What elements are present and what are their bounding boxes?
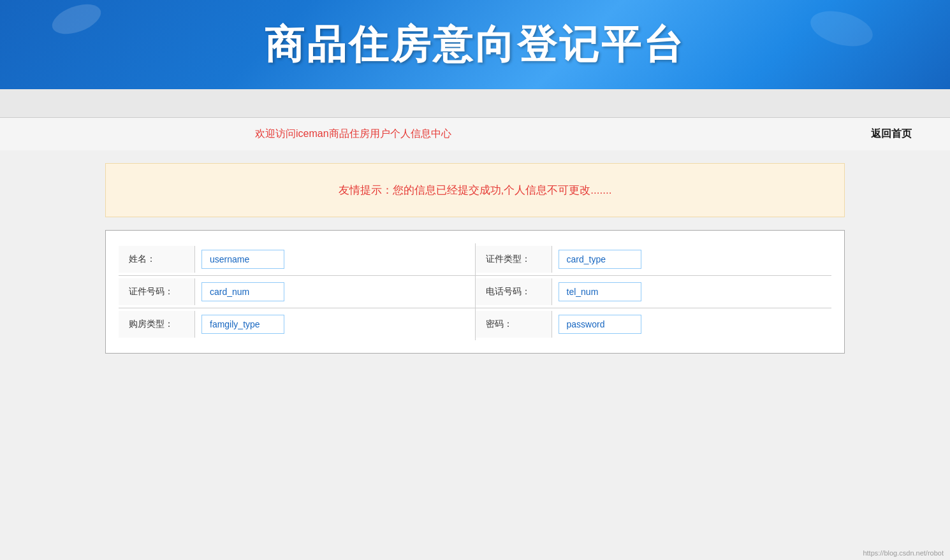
right-value-2: password — [552, 308, 648, 340]
welcome-text: 欢迎访问iceman商品住房用户个人信息中心 — [255, 127, 451, 141]
right-half-1: 电话号码： tel_num — [476, 276, 832, 308]
left-half-2: 购房类型： famgily_type — [119, 308, 476, 340]
right-value-1: tel_num — [552, 276, 648, 308]
right-value-0: card_type — [552, 243, 648, 275]
left-half-0: 姓名： username — [119, 243, 476, 275]
welcome-bar: 欢迎访问iceman商品住房用户个人信息中心 返回首页 — [0, 118, 950, 150]
page-header: 商品住房意向登记平台 — [0, 0, 950, 89]
right-label-2: 密码： — [476, 311, 552, 338]
form-row-1: 证件号码： card_num 电话号码： tel_num — [119, 276, 831, 308]
value-2: famgily_type — [195, 308, 291, 340]
label-1: 证件号码： — [119, 278, 195, 305]
footer-url: https://blog.csdn.net/robot — [863, 549, 944, 557]
label-2: 购房类型： — [119, 311, 195, 338]
right-half-2: 密码： password — [476, 308, 832, 340]
info-rows: 姓名： username 证件类型： card_type 证件号码： card_… — [119, 243, 831, 340]
notice-box: 友情提示：您的信息已经提交成功,个人信息不可更改....... — [105, 163, 845, 217]
right-label-1: 电话号码： — [476, 278, 552, 305]
value-1: card_num — [195, 276, 291, 308]
form-row-0: 姓名： username 证件类型： card_type — [119, 243, 831, 276]
left-half-1: 证件号码： card_num — [119, 276, 476, 308]
label-0: 姓名： — [119, 246, 195, 273]
value-0: username — [195, 243, 291, 275]
right-label-0: 证件类型： — [476, 246, 552, 273]
notice-text: 友情提示：您的信息已经提交成功,个人信息不可更改....... — [339, 184, 612, 196]
right-half-0: 证件类型： card_type — [476, 243, 832, 275]
page-title: 商品住房意向登记平台 — [265, 18, 685, 71]
back-home-link[interactable]: 返回首页 — [871, 127, 912, 141]
info-container: 姓名： username 证件类型： card_type 证件号码： card_… — [105, 230, 845, 354]
form-row-2: 购房类型： famgily_type 密码： password — [119, 308, 831, 340]
navbar — [0, 89, 950, 118]
